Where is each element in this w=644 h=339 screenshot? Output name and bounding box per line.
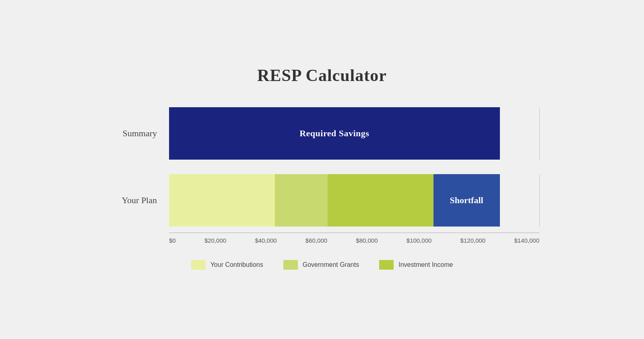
legend-label-contributions: Your Contributions [211,261,263,268]
yourplan-label: Your Plan [105,195,169,206]
summary-bar: Required Savings [169,107,500,160]
legend-label-grants: Government Grants [303,261,359,268]
legend-swatch-grants [283,260,298,270]
x-tick-0: $0 [169,237,176,244]
legend-label-investment: Investment Income [398,261,453,268]
contributions-segment [169,174,275,227]
x-tick-1: $20,000 [204,237,226,244]
x-tick-2: $40,000 [255,237,277,244]
summary-label: Summary [105,128,169,139]
shortfall-segment: Shortfall [433,174,500,227]
legend-item-investment: Investment Income [379,260,453,270]
summary-row: Summary Required Savings [105,105,539,162]
x-tick-5: $100,000 [407,237,432,244]
legend-item-contributions: Your Contributions [191,260,263,270]
legend: Your Contributions Government Grants Inv… [105,260,539,270]
grants-segment [275,174,328,227]
x-tick-4: $80,000 [356,237,378,244]
legend-swatch-investment [379,260,394,270]
yourplan-row: Your Plan [105,168,539,233]
x-tick-3: $60,000 [305,237,327,244]
legend-swatch-contributions [191,260,206,270]
shortfall-label: Shortfall [450,195,483,206]
x-axis-row: $0 $20,000 $40,000 $60,000 $80,000 $100,… [105,233,539,244]
x-tick-6: $120,000 [460,237,486,244]
chart-title: RESP Calculator [105,66,539,85]
chart-container: RESP Calculator Summary [80,50,564,290]
summary-bar-label: Required Savings [299,128,369,139]
investment-segment [328,174,433,227]
x-tick-7: $140,000 [514,237,539,244]
legend-item-grants: Government Grants [283,260,359,270]
